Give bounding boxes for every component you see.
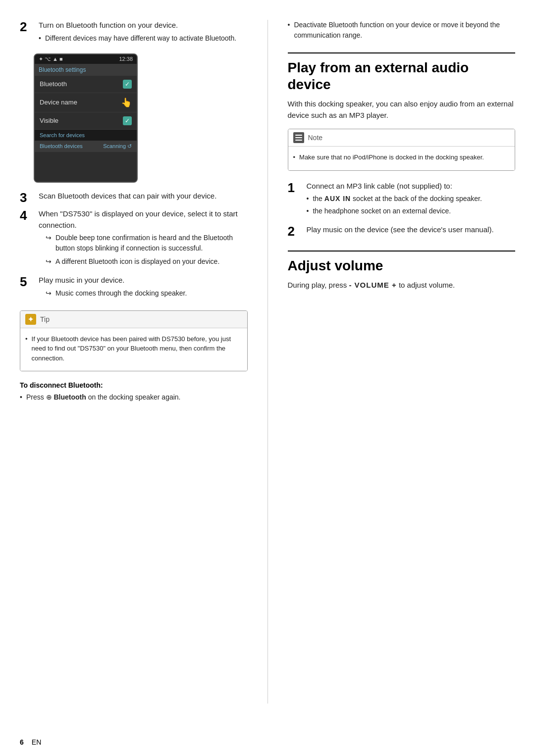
bullet-item: Different devices may have different way… bbox=[39, 33, 248, 44]
phone-content: Bluetooth ✓ Device name 👆 Visible ✓ Sear… bbox=[35, 76, 137, 182]
disconnect-heading: To disconnect Bluetooth: bbox=[20, 381, 248, 389]
phone-scan-row: Bluetooth devices Scanning ↺ bbox=[35, 141, 137, 152]
phone-scan-btn: Scanning ↺ bbox=[103, 143, 132, 150]
right-top-bullets: Deactivate Bluetooth function on your de… bbox=[288, 20, 516, 41]
phone-screenshot: ✦ ⌥ ▲ ■ 12:38 Bluetooth settings Bluetoo… bbox=[34, 53, 138, 183]
scan-spinner: ↺ bbox=[127, 143, 132, 150]
arrow-text: Double beep tone confirmation is heard a… bbox=[55, 233, 248, 253]
phone-row-label: Bluetooth bbox=[40, 80, 67, 88]
tip-body: If your Bluetooth device has been paired… bbox=[20, 328, 247, 371]
arrow-text: A different Bluetooth icon is displayed … bbox=[55, 256, 219, 267]
step-2-text: Turn on Bluetooth function on your devic… bbox=[39, 20, 248, 31]
aux-in-label: AUX IN bbox=[324, 195, 351, 202]
bullet-item: the AUX IN socket at the back of the doc… bbox=[307, 194, 516, 204]
step-2: 2 Turn on Bluetooth function on your dev… bbox=[20, 20, 248, 48]
tip-icon: ✦ bbox=[25, 314, 36, 325]
hand-icon: 👆 bbox=[121, 97, 132, 108]
disconnect-rest: on the docking speaker again. bbox=[88, 393, 181, 401]
disconnect-bullets: Press ⊕ Bluetooth on the docking speaker… bbox=[20, 392, 248, 403]
right-step-2-content: Play music on the device (see the device… bbox=[307, 224, 516, 236]
note-bullets: Make sure that no iPod/iPhone is docked … bbox=[293, 152, 510, 162]
step-2-content: Turn on Bluetooth function on your devic… bbox=[39, 20, 248, 48]
step-4-arrows: Double beep tone confirmation is heard a… bbox=[46, 233, 248, 267]
phone-row-bluetooth: Bluetooth ✓ bbox=[35, 76, 137, 93]
right-step-1-bullets: the AUX IN socket at the back of the doc… bbox=[307, 194, 516, 216]
step-4: 4 When "DS7530" is displayed on your dev… bbox=[20, 208, 248, 271]
arrow-item: Double beep tone confirmation is heard a… bbox=[46, 233, 248, 253]
phone-time: 12:38 bbox=[119, 56, 133, 62]
phone-checkbox-bluetooth: ✓ bbox=[123, 80, 132, 89]
bullet-item: the headphone socket on an external devi… bbox=[307, 206, 516, 216]
note-icon-line bbox=[295, 140, 302, 141]
volume-text: - VOLUME + bbox=[349, 281, 396, 289]
step-3-number: 3 bbox=[20, 191, 34, 205]
phone-header: Bluetooth settings bbox=[35, 64, 137, 76]
phone-row-visible: Visible ✓ bbox=[35, 112, 137, 130]
right-step-2-text: Play music on the device (see the device… bbox=[307, 224, 516, 236]
play-section-heading: Play from an external audio device bbox=[288, 59, 516, 93]
phone-search-label: Search for devices bbox=[35, 130, 137, 141]
step-3-content: Scan Bluetooth devices that can pair wit… bbox=[39, 191, 248, 202]
note-box: Note Make sure that no iPod/iPhone is do… bbox=[288, 129, 516, 171]
play-section-body: With this docking speaker, you can also … bbox=[288, 99, 516, 121]
adjust-section-body: During play, press - VOLUME + to adjust … bbox=[288, 280, 516, 291]
note-icon-line bbox=[295, 137, 302, 138]
right-step-1: 1 Connect an MP3 link cable (not supplie… bbox=[288, 181, 516, 221]
note-title: Note bbox=[308, 134, 323, 142]
right-column: Deactivate Bluetooth function on your de… bbox=[268, 20, 516, 704]
phone-row-label: Visible bbox=[40, 117, 58, 124]
tip-bullet-item: If your Bluetooth device has been paired… bbox=[25, 334, 242, 363]
left-column: 2 Turn on Bluetooth function on your dev… bbox=[20, 20, 248, 704]
disconnect-bullet: Press ⊕ Bluetooth on the docking speaker… bbox=[20, 392, 248, 403]
step-5-content: Play music in your device. Music comes t… bbox=[39, 275, 248, 302]
footer-page-number: 6 bbox=[20, 738, 24, 746]
adjust-section-heading: Adjust volume bbox=[288, 257, 516, 274]
step-2-bullets: Different devices may have different way… bbox=[39, 33, 248, 44]
note-bullet-text: Make sure that no iPod/iPhone is docked … bbox=[299, 152, 484, 162]
tip-title: Tip bbox=[40, 315, 50, 323]
phone-scan-header: Bluetooth devices bbox=[40, 143, 83, 149]
step-4-content: When "DS7530" is displayed on your devic… bbox=[39, 208, 248, 271]
footer: 6 EN bbox=[0, 733, 535, 756]
step-5-number: 5 bbox=[20, 275, 34, 289]
step-3: 3 Scan Bluetooth devices that can pair w… bbox=[20, 191, 248, 205]
phone-row-devicename: Device name 👆 bbox=[35, 93, 137, 112]
arrow-item: A different Bluetooth icon is displayed … bbox=[46, 256, 248, 267]
bullet-text: the headphone socket on an external devi… bbox=[313, 206, 451, 216]
note-icon-lines bbox=[295, 135, 302, 141]
play-heading-line2: device bbox=[288, 77, 331, 92]
deactivate-text: Deactivate Bluetooth function on your de… bbox=[294, 20, 515, 41]
right-step-1-number: 1 bbox=[288, 181, 302, 195]
step-4-text: When "DS7530" is displayed on your devic… bbox=[39, 208, 248, 231]
step-3-text: Scan Bluetooth devices that can pair wit… bbox=[39, 191, 248, 202]
tip-box: ✦ Tip If your Bluetooth device has been … bbox=[20, 310, 248, 372]
phone-row-label: Device name bbox=[40, 99, 77, 106]
arrow-text: Music comes through the docking speaker. bbox=[55, 288, 187, 299]
scan-btn-label: Scanning bbox=[103, 143, 126, 149]
play-heading-line1: Play from an external audio bbox=[288, 60, 469, 75]
step-5-text: Play music in your device. bbox=[39, 275, 248, 286]
right-step-2-number: 2 bbox=[288, 224, 302, 239]
bullet-text: the AUX IN socket at the back of the doc… bbox=[313, 194, 482, 204]
note-header: Note bbox=[288, 129, 515, 147]
note-icon-line bbox=[295, 135, 302, 136]
footer-lang: EN bbox=[32, 738, 41, 746]
note-icon bbox=[293, 132, 304, 143]
press-label: Press bbox=[26, 393, 44, 401]
right-step-2: 2 Play music on the device (see the devi… bbox=[288, 224, 516, 239]
arrow-item: Music comes through the docking speaker. bbox=[46, 288, 248, 299]
adjust-section-divider bbox=[288, 251, 516, 252]
bullet-text: Different devices may have different way… bbox=[45, 33, 236, 44]
tip-bullets: If your Bluetooth device has been paired… bbox=[25, 334, 242, 363]
note-body: Make sure that no iPod/iPhone is docked … bbox=[288, 147, 515, 170]
disconnect-text: Press ⊕ Bluetooth on the docking speaker… bbox=[26, 392, 181, 403]
tip-header: ✦ Tip bbox=[20, 311, 247, 328]
step-2-number: 2 bbox=[20, 20, 34, 34]
step-5: 5 Play music in your device. Music comes… bbox=[20, 275, 248, 302]
right-step-1-text: Connect an MP3 link cable (not supplied)… bbox=[307, 181, 516, 192]
bluetooth-label: Bluetooth bbox=[54, 393, 86, 401]
right-step-1-content: Connect an MP3 link cable (not supplied)… bbox=[307, 181, 516, 221]
phone-empty-area bbox=[35, 152, 137, 182]
step-5-arrows: Music comes through the docking speaker. bbox=[46, 288, 248, 299]
phone-checkbox-visible: ✓ bbox=[123, 116, 132, 125]
